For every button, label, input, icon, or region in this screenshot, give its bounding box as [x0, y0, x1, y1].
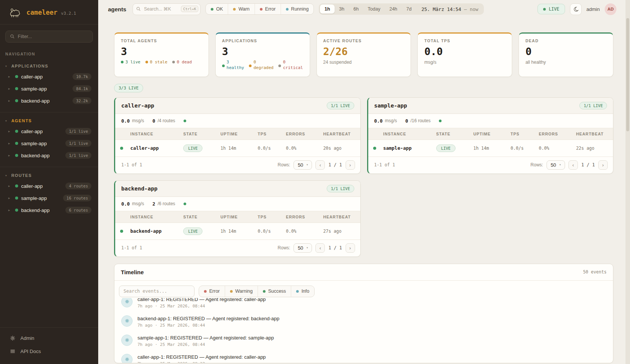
app-logo-row: cameleer v3.2.1	[0, 0, 98, 25]
time-range-6h[interactable]: 6h	[349, 5, 363, 14]
filter-error-button[interactable]: Error	[255, 4, 281, 14]
stale-dot	[145, 61, 148, 63]
live-dot	[543, 8, 546, 11]
sidebar-item-sample-app[interactable]: ▸ sample-app 84.1k	[0, 83, 98, 95]
rows-per-page-select[interactable]: 50 ▾	[293, 160, 312, 170]
info-dot	[296, 290, 299, 293]
rows-per-page-select[interactable]: 50 ▾	[293, 243, 312, 253]
status-dot	[120, 147, 123, 150]
sidebar-item-api-docs[interactable]: API Docs	[0, 345, 98, 358]
status-dot	[15, 209, 18, 212]
app-stats-line: 0.0 msg/s 0 /4 routes	[115, 114, 360, 128]
ok-dot	[211, 8, 213, 11]
date-range[interactable]: 25. März 14:54 — now	[422, 6, 479, 12]
table-row[interactable]: sample-app LIVE 1h 14m 0.0/s 0.0% 22s ag…	[368, 140, 613, 157]
sidebar-item-agent-caller-app[interactable]: ▸ caller-app 1/1 live	[0, 125, 98, 137]
health-dot	[439, 120, 442, 122]
sidebar: cameleer v3.2.1 NAVIGATION ▾ APPLICATION…	[0, 0, 98, 364]
table-header: INSTANCE STATE UPTIME TPS ERRORS HEARTBE…	[368, 128, 613, 140]
range-label: 1-1 of 1	[121, 245, 142, 250]
chevron-down-icon: ▾	[5, 174, 7, 177]
user-name: admin	[587, 6, 600, 12]
routes-badge: 4 routes	[65, 183, 91, 189]
live-badge: 1/1 live	[65, 140, 91, 147]
time-range-today[interactable]: Today	[363, 5, 385, 14]
app-card-title: sample-app	[374, 103, 407, 109]
next-page-button[interactable]: ›	[598, 160, 608, 170]
app-card-header[interactable]: backend-app 1/1 LIVE	[115, 181, 360, 197]
prev-page-button[interactable]: ‹	[315, 243, 325, 253]
sidebar-item-caller-app[interactable]: ▸ caller-app 10.7k	[0, 71, 98, 83]
stat-value: 3	[121, 46, 202, 57]
time-range-7d[interactable]: 7d	[402, 5, 416, 14]
time-range-3h[interactable]: 3h	[335, 5, 349, 14]
search-icon	[136, 6, 141, 11]
status-filter-group: OK Warn Error Running	[205, 3, 314, 15]
scrollbar-thumb[interactable]	[626, 18, 629, 131]
next-page-button[interactable]: ›	[346, 243, 355, 253]
timeline-events-list: caller-app-1: REGISTERED — Agent registe…	[114, 298, 613, 363]
status-dot	[15, 75, 18, 78]
sidebar-item-agent-sample-app[interactable]: ▸ sample-app 1/1 live	[0, 137, 98, 149]
timeline-event[interactable]: caller-app-1: REGISTERED — Agent registe…	[119, 298, 608, 312]
timeline-title: Timeline	[121, 269, 144, 275]
stat-value: 3	[222, 46, 303, 57]
sidebar-item-routes-backend-app[interactable]: ▸ backend-app 6 routes	[0, 204, 98, 216]
time-range-24h[interactable]: 24h	[385, 5, 402, 14]
chevron-down-icon: ▾	[5, 65, 7, 68]
chevron-right-icon: ▸	[8, 129, 12, 133]
live-badge: 1/1 live	[65, 128, 91, 135]
sidebar-item-routes-caller-app[interactable]: ▸ caller-app 4 routes	[0, 180, 98, 192]
live-toggle[interactable]: LIVE	[537, 4, 565, 14]
nav-group-routes: ▾ ROUTES ▸ caller-app 4 routes ▸ sample-…	[0, 167, 98, 220]
group-header-routes[interactable]: ▾ ROUTES	[0, 169, 98, 180]
table-row[interactable]: backend-app LIVE 1h 14m 0.0/s 0.0% 27s a…	[115, 223, 360, 240]
app-card-header[interactable]: caller-app 1/1 LIVE	[115, 98, 360, 114]
state-badge: LIVE	[436, 144, 456, 152]
group-header-applications[interactable]: ▾ APPLICATIONS	[0, 60, 98, 71]
scrollbar[interactable]	[625, 0, 630, 364]
top-bar: agents Ctrl+K OK Warn E	[98, 0, 630, 18]
sidebar-filter-input[interactable]	[5, 31, 93, 43]
table-header: INSTANCE STATE UPTIME TPS ERRORS HEARTBE…	[115, 128, 360, 140]
range-label: 1-1 of 1	[374, 162, 395, 167]
degraded-dot	[249, 65, 252, 67]
prev-page-button[interactable]: ‹	[568, 160, 578, 170]
gear-icon	[10, 335, 15, 341]
timeline-search-input[interactable]	[119, 286, 195, 297]
filter-running-button[interactable]: Running	[281, 4, 314, 14]
time-range-1h[interactable]: 1h	[320, 5, 335, 14]
avatar[interactable]: AD	[605, 3, 616, 15]
table-footer: 1-1 of 1 Rows: 50 ▾ ‹ 1 / 1 ›	[368, 157, 613, 174]
sidebar-item-agent-backend-app[interactable]: ▸ backend-app 1/1 live	[0, 149, 98, 161]
next-page-button[interactable]: ›	[346, 160, 355, 170]
app-title: cameleer v3.2.1	[26, 9, 76, 16]
sidebar-item-backend-app[interactable]: ▸ backend-app 32.2k	[0, 95, 98, 107]
app-card-title: caller-app	[121, 103, 154, 109]
filter-success-button[interactable]: Success	[258, 286, 291, 297]
app-card-header[interactable]: sample-app 1/1 LIVE	[368, 98, 613, 114]
rows-per-page-select[interactable]: 50 ▾	[547, 160, 565, 170]
sidebar-item-admin[interactable]: Admin	[0, 332, 98, 345]
group-header-agents[interactable]: ▾ AGENTS	[0, 115, 98, 125]
dark-mode-toggle[interactable]	[570, 3, 582, 15]
filter-info-button[interactable]: Info	[291, 286, 314, 297]
filter-ok-button[interactable]: OK	[206, 4, 228, 14]
main-area: agents Ctrl+K OK Warn E	[98, 0, 630, 364]
filter-warning-button[interactable]: Warning	[225, 286, 258, 297]
healthy-dot	[222, 65, 225, 67]
timeline-event[interactable]: sample-app-1: REGISTERED — Agent registe…	[119, 331, 608, 350]
moon-icon	[573, 6, 579, 12]
timeline-controls: Error Warning Success Info	[114, 281, 613, 298]
chevron-right-icon: ▸	[8, 154, 12, 157]
search-icon	[10, 34, 15, 39]
timeline-event[interactable]: caller-app-1: REGISTERED — Agent registe…	[119, 350, 608, 363]
timeline-event[interactable]: backend-app-1: REGISTERED — Agent regist…	[119, 312, 608, 331]
prev-page-button[interactable]: ‹	[315, 160, 325, 170]
sidebar-item-routes-sample-app[interactable]: ▸ sample-app 16 routes	[0, 192, 98, 204]
table-row[interactable]: caller-app LIVE 1h 14m 0.0/s 0.0% 20s ag…	[115, 140, 360, 157]
filter-error-button[interactable]: Error	[199, 286, 225, 297]
filter-warn-button[interactable]: Warn	[228, 4, 254, 14]
app-card-sample-app: sample-app 1/1 LIVE 0.0 msg/s 0 /16 rout…	[367, 97, 614, 174]
dead-dot	[172, 61, 175, 63]
